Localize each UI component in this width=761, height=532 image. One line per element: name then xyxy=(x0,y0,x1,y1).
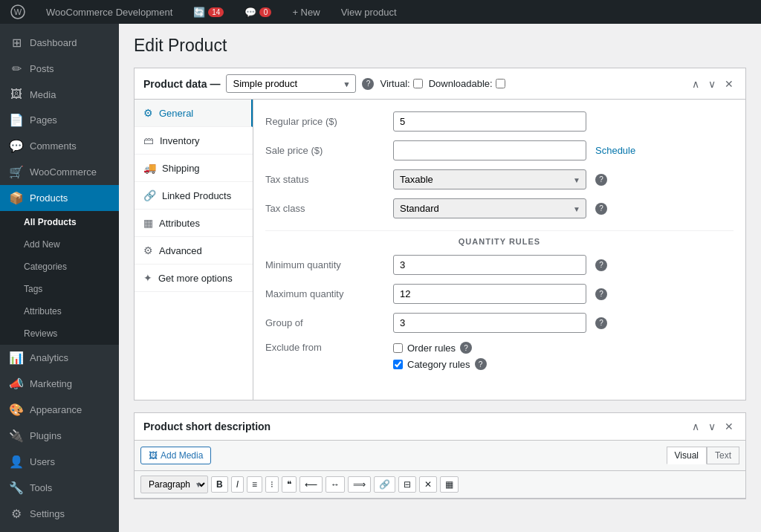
updates-item[interactable]: 🔄 14 xyxy=(189,0,228,24)
sidebar-item-categories[interactable]: Categories xyxy=(0,256,119,278)
fullscreen-button[interactable]: ✕ xyxy=(419,476,437,493)
align-right-button[interactable]: ⟹ xyxy=(348,476,371,493)
page-title: Edit Product xyxy=(134,36,746,56)
order-rules-checkbox[interactable] xyxy=(393,343,403,353)
virtual-checkbox[interactable] xyxy=(413,79,423,88)
product-type-wrapper: Simple product Variable product Grouped … xyxy=(226,74,356,93)
sidebar-item-pages[interactable]: 📄 Pages xyxy=(0,107,119,133)
italic-button[interactable]: I xyxy=(231,476,244,493)
sidebar-item-all-products[interactable]: All Products xyxy=(0,211,119,233)
sidebar-item-appearance[interactable]: 🎨 Appearance xyxy=(0,397,119,423)
downloadable-label: Downloadable: xyxy=(429,78,493,89)
sidebar-label-users: Users xyxy=(30,456,55,467)
regular-price-input[interactable] xyxy=(393,111,586,132)
product-type-help-icon[interactable]: ? xyxy=(362,78,374,90)
add-media-button[interactable]: 🖼 Add Media xyxy=(140,447,211,464)
group-of-help-icon[interactable]: ? xyxy=(595,317,607,329)
group-of-label: Group of xyxy=(265,317,384,328)
sidebar-item-posts[interactable]: ✏ Posts xyxy=(0,56,119,82)
add-new-label: Add New xyxy=(24,239,60,250)
max-qty-label: Maximum quantity xyxy=(265,288,384,299)
downloadable-checkbox[interactable] xyxy=(496,79,505,88)
order-rules-help-icon[interactable]: ? xyxy=(460,342,472,354)
sidebar-item-tools[interactable]: 🔧 Tools xyxy=(0,475,119,501)
settings-icon: ⚙ xyxy=(9,507,24,521)
virtual-checkbox-group: Virtual: xyxy=(380,78,422,89)
tab-general[interactable]: ⚙ General xyxy=(135,100,253,127)
category-rules-help-icon[interactable]: ? xyxy=(475,358,487,370)
sidebar-item-settings[interactable]: ⚙ Settings xyxy=(0,501,119,527)
media-icon: 🖼 xyxy=(9,88,24,101)
sidebar-item-collapse[interactable]: ◀ Collapse menu xyxy=(0,527,119,532)
new-item[interactable]: + New xyxy=(288,0,324,24)
editor-tabs: Visual Text xyxy=(667,447,739,464)
sidebar-item-plugins[interactable]: 🔌 Plugins xyxy=(0,423,119,449)
sidebar-item-marketing[interactable]: 📣 Marketing xyxy=(0,371,119,397)
exclude-from-label: Exclude from xyxy=(265,342,384,353)
short-desc-up-button[interactable]: ∧ xyxy=(689,419,702,434)
sidebar-item-woocommerce[interactable]: 🛒 WooCommerce xyxy=(0,159,119,185)
max-qty-input[interactable] xyxy=(393,284,586,304)
products-submenu: All Products Add New Categories Tags Att… xyxy=(0,211,119,345)
sidebar-item-reviews[interactable]: Reviews xyxy=(0,322,119,345)
tax-class-help-icon[interactable]: ? xyxy=(595,203,607,215)
align-left-button[interactable]: ⟵ xyxy=(299,476,323,493)
ul-button[interactable]: ≡ xyxy=(247,476,262,493)
collapse-up-button[interactable]: ∧ xyxy=(689,77,702,91)
category-rules-checkbox[interactable] xyxy=(393,360,403,369)
sidebar-item-dashboard[interactable]: ⊞ Dashboard xyxy=(0,30,119,56)
tax-status-wrapper: Taxable Shipping only None xyxy=(393,169,586,189)
text-tab[interactable]: Text xyxy=(707,447,739,464)
sidebar-label-posts: Posts xyxy=(30,63,54,74)
schedule-link[interactable]: Schedule xyxy=(595,145,635,156)
tax-status-select[interactable]: Taxable Shipping only None xyxy=(393,169,586,189)
format-select[interactable]: Paragraph Heading 1 Heading 2 Heading 3 xyxy=(140,476,208,493)
sidebar-item-analytics[interactable]: 📊 Analytics xyxy=(0,345,119,371)
toggle-button[interactable]: ✕ xyxy=(722,77,736,91)
sale-price-input[interactable] xyxy=(393,140,586,160)
max-qty-help-icon[interactable]: ? xyxy=(595,288,607,300)
sidebar-label-plugins: Plugins xyxy=(30,430,62,441)
product-data-box: Product data — Simple product Variable p… xyxy=(134,68,746,400)
bold-button[interactable]: B xyxy=(211,476,228,493)
dashboard-icon: ⊞ xyxy=(9,36,24,50)
sidebar-item-comments[interactable]: 💬 Comments xyxy=(0,133,119,159)
short-desc-down-button[interactable]: ∨ xyxy=(705,419,719,434)
sidebar: ⊞ Dashboard ✏ Posts 🖼 Media 📄 Pages 💬 Co… xyxy=(0,24,119,532)
tab-linked-products[interactable]: 🔗 Linked Products xyxy=(135,182,253,210)
tab-attributes[interactable]: ▦ Attributes xyxy=(135,210,253,237)
link-button[interactable]: 🔗 xyxy=(374,476,395,493)
comments-item[interactable]: 💬 0 xyxy=(240,0,276,24)
tab-get-more-options[interactable]: ✦ Get more options xyxy=(135,265,253,292)
short-description-header: Product short description ∧ ∨ ✕ xyxy=(135,413,745,441)
sidebar-item-products[interactable]: 📦 Products xyxy=(0,185,119,211)
visual-tab[interactable]: Visual xyxy=(667,447,707,464)
tax-status-help-icon[interactable]: ? xyxy=(595,174,607,186)
blockquote-button[interactable]: ❝ xyxy=(282,476,297,493)
sidebar-item-media[interactable]: 🖼 Media xyxy=(0,82,119,107)
sidebar-item-attributes[interactable]: Attributes xyxy=(0,300,119,322)
ol-button[interactable]: ⁝ xyxy=(265,476,279,493)
order-rules-row: Order rules ? xyxy=(393,342,487,354)
view-product-item[interactable]: View product xyxy=(337,0,401,24)
site-name[interactable]: WooCommerce Development xyxy=(42,0,177,24)
table-button[interactable]: ▦ xyxy=(440,476,459,493)
align-center-button[interactable]: ↔ xyxy=(326,476,345,493)
min-qty-label: Minimum quantity xyxy=(265,259,384,270)
wp-logo[interactable]: W xyxy=(6,0,30,24)
sidebar-item-tags[interactable]: Tags xyxy=(0,278,119,300)
tax-status-row: Tax status Taxable Shipping only None ? xyxy=(265,169,734,189)
sidebar-item-add-new[interactable]: Add New xyxy=(0,233,119,256)
product-type-select[interactable]: Simple product Variable product Grouped … xyxy=(226,74,356,93)
min-qty-input[interactable] xyxy=(393,255,586,275)
short-desc-toggle-button[interactable]: ✕ xyxy=(722,419,736,434)
sidebar-item-users[interactable]: 👤 Users xyxy=(0,449,119,475)
collapse-down-button[interactable]: ∨ xyxy=(705,77,719,91)
tab-inventory[interactable]: 🗃 Inventory xyxy=(135,127,253,155)
tax-class-select[interactable]: Standard Reduced rate Zero rate xyxy=(393,198,586,218)
unlink-button[interactable]: ⊟ xyxy=(398,476,416,493)
group-of-input[interactable] xyxy=(393,313,586,333)
min-qty-help-icon[interactable]: ? xyxy=(595,259,607,271)
tab-shipping[interactable]: 🚚 Shipping xyxy=(135,155,253,182)
tab-advanced[interactable]: ⚙ Advanced xyxy=(135,237,253,265)
